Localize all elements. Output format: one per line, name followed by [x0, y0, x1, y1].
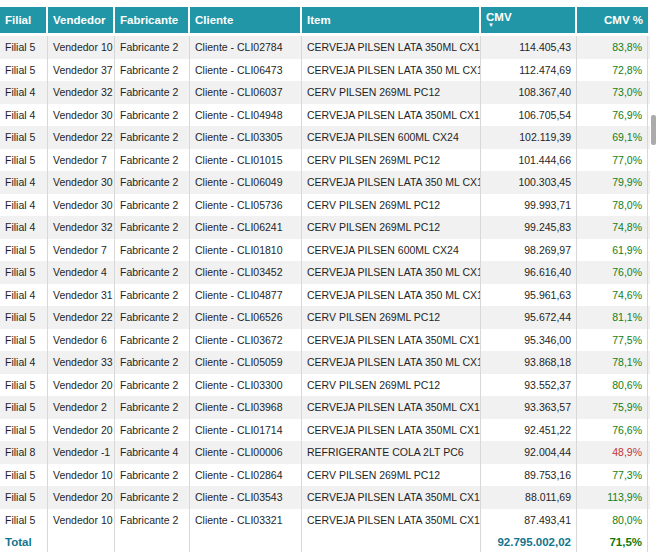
cell-fabricante[interactable]: Fabricante 2: [115, 239, 190, 262]
cell-cmv[interactable]: 96.616,40: [481, 261, 577, 284]
table-row[interactable]: Filial 5Vendedor 22Fabricante 2Cliente -…: [0, 306, 650, 329]
cell-filial[interactable]: Filial 5: [0, 486, 48, 509]
header-cell-item[interactable]: Item: [302, 7, 481, 33]
table-row[interactable]: Filial 5Vendedor 10Fabricante 2Cliente -…: [0, 464, 650, 487]
cell-vendedor[interactable]: Vendedor 30: [48, 104, 115, 127]
header-cell-fabricante[interactable]: Fabricante: [115, 7, 190, 33]
table-row[interactable]: Filial 5Vendedor 6Fabricante 2Cliente - …: [0, 329, 650, 352]
cell-cmv_pct[interactable]: 73,0%: [577, 81, 648, 104]
cell-vendedor[interactable]: Vendedor 30: [48, 171, 115, 194]
cell-cliente[interactable]: Cliente - CLI03672: [190, 329, 302, 352]
cell-cliente[interactable]: Cliente - CLI03321: [190, 509, 302, 532]
cell-fabricante[interactable]: Fabricante 2: [115, 486, 190, 509]
cell-cliente[interactable]: Cliente - CLI03452: [190, 261, 302, 284]
cell-fabricante[interactable]: Fabricante 2: [115, 509, 190, 532]
cell-cmv[interactable]: 106.705,54: [481, 104, 577, 127]
cell-filial[interactable]: Filial 5: [0, 149, 48, 172]
cell-cmv[interactable]: 108.367,40: [481, 81, 577, 104]
cell-cliente[interactable]: Cliente - CLI04877: [190, 284, 302, 307]
cell-vendedor[interactable]: Vendedor 20: [48, 419, 115, 442]
cell-filial[interactable]: Filial 5: [0, 239, 48, 262]
cell-cmv[interactable]: 99.993,71: [481, 194, 577, 217]
cell-cliente[interactable]: Cliente - CLI01714: [190, 419, 302, 442]
cell-item[interactable]: CERVEJA PILSEN 600ML CX24: [302, 239, 481, 262]
cell-cmv_pct[interactable]: 80,0%: [577, 509, 648, 532]
table-row[interactable]: Filial 4Vendedor 30Fabricante 2Cliente -…: [0, 194, 650, 217]
cell-vendedor[interactable]: Vendedor 6: [48, 329, 115, 352]
cell-filial[interactable]: Filial 5: [0, 374, 48, 397]
cell-fabricante[interactable]: Fabricante 2: [115, 396, 190, 419]
cell-fabricante[interactable]: Fabricante 2: [115, 36, 190, 59]
cell-vendedor[interactable]: Vendedor 22: [48, 126, 115, 149]
cell-filial[interactable]: Filial 4: [0, 351, 48, 374]
cell-item[interactable]: CERVEJA PILSEN LATA 350 ML CX12: [302, 59, 481, 82]
cell-fabricante[interactable]: Fabricante 2: [115, 59, 190, 82]
cell-filial[interactable]: Filial 5: [0, 419, 48, 442]
table-row[interactable]: Filial 5Vendedor 10Fabricante 2Cliente -…: [0, 36, 650, 59]
cell-item[interactable]: REFRIGERANTE COLA 2LT PC6: [302, 441, 481, 464]
cell-item[interactable]: CERV PILSEN 269ML PC12: [302, 194, 481, 217]
cell-fabricante[interactable]: Fabricante 2: [115, 194, 190, 217]
cell-filial[interactable]: Filial 5: [0, 329, 48, 352]
cell-filial[interactable]: Filial 5: [0, 36, 48, 59]
cell-item[interactable]: CERV PILSEN 269ML PC12: [302, 81, 481, 104]
cell-cmv[interactable]: 87.493,41: [481, 509, 577, 532]
cell-filial[interactable]: Filial 4: [0, 81, 48, 104]
cell-fabricante[interactable]: Fabricante 2: [115, 126, 190, 149]
table-row[interactable]: Filial 4Vendedor 33Fabricante 2Cliente -…: [0, 351, 650, 374]
table-row[interactable]: Filial 5Vendedor 22Fabricante 2Cliente -…: [0, 126, 650, 149]
table-row[interactable]: Filial 5Vendedor 20Fabricante 2Cliente -…: [0, 374, 650, 397]
cell-fabricante[interactable]: Fabricante 2: [115, 374, 190, 397]
cell-fabricante[interactable]: Fabricante 2: [115, 104, 190, 127]
scrollbar-thumb[interactable]: [651, 115, 656, 145]
cell-cmv_pct[interactable]: 77,5%: [577, 329, 648, 352]
cell-item[interactable]: CERVEJA PILSEN LATA 350ML CX12: [302, 36, 481, 59]
table-row[interactable]: Filial 5Vendedor 20Fabricante 2Cliente -…: [0, 419, 650, 442]
cell-cmv[interactable]: 89.753,16: [481, 464, 577, 487]
cell-vendedor[interactable]: Vendedor 4: [48, 261, 115, 284]
cell-vendedor[interactable]: Vendedor 33: [48, 351, 115, 374]
cell-filial[interactable]: Filial 5: [0, 396, 48, 419]
table-row[interactable]: Filial 4Vendedor 32Fabricante 2Cliente -…: [0, 81, 650, 104]
cell-cmv[interactable]: 93.363,57: [481, 396, 577, 419]
table-row[interactable]: Filial 4Vendedor 31Fabricante 2Cliente -…: [0, 284, 650, 307]
cell-item[interactable]: CERV PILSEN 269ML PC12: [302, 149, 481, 172]
cell-cliente[interactable]: Cliente - CLI05059: [190, 351, 302, 374]
cell-cmv[interactable]: 92.004,44: [481, 441, 577, 464]
cell-filial[interactable]: Filial 4: [0, 171, 48, 194]
cell-cmv[interactable]: 100.303,45: [481, 171, 577, 194]
cell-vendedor[interactable]: Vendedor 2: [48, 396, 115, 419]
cell-item[interactable]: CERVEJA PILSEN 600ML CX24: [302, 126, 481, 149]
table-row[interactable]: Filial 5Vendedor 37Fabricante 2Cliente -…: [0, 59, 650, 82]
cell-cmv_pct[interactable]: 83,8%: [577, 36, 648, 59]
cell-cmv[interactable]: 114.405,43: [481, 36, 577, 59]
cell-cmv_pct[interactable]: 76,9%: [577, 104, 648, 127]
cell-cmv_pct[interactable]: 69,1%: [577, 126, 648, 149]
cell-vendedor[interactable]: Vendedor 32: [48, 81, 115, 104]
cell-item[interactable]: CERVEJA PILSEN LATA 350ML CX12: [302, 104, 481, 127]
cell-cmv[interactable]: 93.868,18: [481, 351, 577, 374]
cell-cliente[interactable]: Cliente - CLI03300: [190, 374, 302, 397]
cell-item[interactable]: CERV PILSEN 269ML PC12: [302, 374, 481, 397]
cell-item[interactable]: CERV PILSEN 269ML PC12: [302, 216, 481, 239]
cell-cliente[interactable]: Cliente - CLI03543: [190, 486, 302, 509]
cell-filial[interactable]: Filial 4: [0, 284, 48, 307]
cell-fabricante[interactable]: Fabricante 2: [115, 464, 190, 487]
cell-cmv[interactable]: 95.672,44: [481, 306, 577, 329]
cell-filial[interactable]: Filial 4: [0, 104, 48, 127]
cell-vendedor[interactable]: Vendedor 7: [48, 149, 115, 172]
cell-cliente[interactable]: Cliente - CLI06049: [190, 171, 302, 194]
cell-cmv[interactable]: 102.119,39: [481, 126, 577, 149]
cell-cmv[interactable]: 101.444,66: [481, 149, 577, 172]
cell-cmv_pct[interactable]: 113,9%: [577, 486, 648, 509]
cell-vendedor[interactable]: Vendedor 20: [48, 486, 115, 509]
cell-cmv_pct[interactable]: 76,0%: [577, 261, 648, 284]
cell-item[interactable]: CERVEJA PILSEN LATA 350ML CX12: [302, 419, 481, 442]
cell-filial[interactable]: Filial 4: [0, 194, 48, 217]
cell-cmv_pct[interactable]: 76,6%: [577, 419, 648, 442]
table-row[interactable]: Filial 5Vendedor 7Fabricante 2Cliente - …: [0, 239, 650, 262]
cell-cmv_pct[interactable]: 77,0%: [577, 149, 648, 172]
table-row[interactable]: Filial 5Vendedor 20Fabricante 2Cliente -…: [0, 486, 650, 509]
cell-cliente[interactable]: Cliente - CLI06526: [190, 306, 302, 329]
cell-cmv_pct[interactable]: 75,9%: [577, 396, 648, 419]
